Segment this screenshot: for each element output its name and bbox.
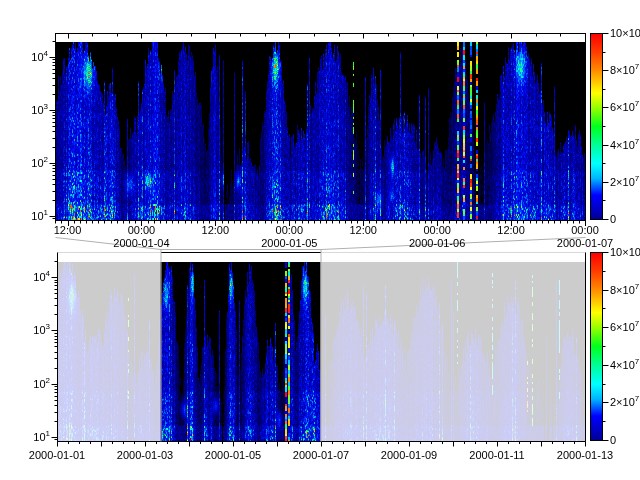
x-tick-label-time: 00:00 — [571, 225, 599, 236]
colorbar-tick-label: 2×107 — [610, 176, 639, 187]
y-tick-label: 102 — [33, 378, 50, 389]
colorbar-tick-label: 10×107 — [610, 28, 640, 39]
y-tick-label: 101 — [31, 211, 48, 222]
x-tick-label-date: 2000-01-04 — [113, 238, 169, 249]
colorbar-tick-label: 6×107 — [610, 102, 639, 113]
colorbar-tick-label: 8×107 — [610, 65, 639, 76]
x-tick-label-date: 2000-01-01 — [29, 450, 85, 461]
x-tick-label-date: 2000-01-11 — [469, 450, 524, 461]
colorbar-tick-label: 6×107 — [610, 322, 639, 333]
y-tick-label: 103 — [33, 325, 50, 336]
y-tick-label: 102 — [31, 158, 48, 169]
x-tick-label-date: 2000-01-07 — [557, 238, 613, 249]
x-tick-label-time: 00:00 — [276, 225, 304, 236]
spectrogram-figure: 12:0000:0012:0000:0012:0000:0012:0000:00… — [0, 0, 640, 480]
colorbar-tick-label: 4×107 — [610, 359, 639, 370]
y-tick-label: 104 — [31, 52, 48, 63]
x-tick-label-time: 12:00 — [54, 225, 82, 236]
x-tick-label-time: 00:00 — [128, 225, 156, 236]
y-tick-label: 104 — [33, 272, 50, 283]
context-spectrogram-plot[interactable] — [57, 252, 585, 442]
x-tick-label-time: 12:00 — [349, 225, 377, 236]
colorbar-tick-label: 10×107 — [610, 247, 640, 258]
x-tick-label-date: 2000-01-13 — [557, 450, 613, 461]
x-tick-label-date: 2000-01-06 — [409, 238, 465, 249]
x-tick-label-date: 2000-01-05 — [205, 450, 261, 461]
x-tick-label-date: 2000-01-07 — [293, 450, 349, 461]
zoom-selection-region[interactable] — [160, 249, 321, 442]
colorbar-tick-label: 4×107 — [610, 139, 639, 150]
x-tick-label-time: 12:00 — [497, 225, 525, 236]
y-tick-label: 103 — [31, 105, 48, 116]
colorbar-tick-label: 2×107 — [610, 397, 639, 408]
x-tick-label-time: 00:00 — [423, 225, 451, 236]
x-tick-label-date: 2000-01-09 — [381, 450, 437, 461]
x-tick-label-date: 2000-01-03 — [117, 450, 173, 461]
colorbar-tick-label: 0 — [610, 435, 616, 446]
x-tick-label-date: 2000-01-05 — [261, 238, 317, 249]
x-tick-label-time: 12:00 — [202, 225, 230, 236]
y-tick-label: 101 — [33, 432, 50, 443]
colorbar-tick-label: 0 — [610, 214, 616, 225]
detail-spectrogram-plot[interactable] — [55, 33, 585, 221]
colorbar-tick-label: 8×107 — [610, 284, 639, 295]
